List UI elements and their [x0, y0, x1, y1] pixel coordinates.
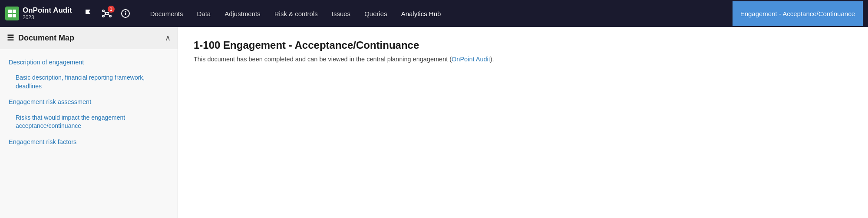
svg-rect-1: [13, 10, 16, 13]
page-title: 1-100 Engagement - Acceptance/Continuanc…: [194, 39, 852, 51]
brand-name: OnPoint Audit: [23, 7, 72, 15]
nav-links: Documents Data Adjustments Risk & contro…: [144, 7, 729, 20]
svg-point-7: [102, 15, 104, 17]
info-button[interactable]: [119, 7, 132, 20]
sidebar-item-risk-assessment[interactable]: Engagement risk assessment: [0, 94, 178, 110]
sidebar-item-basic-description[interactable]: Basic description, financial reporting f…: [0, 70, 178, 94]
brand-logo: [5, 7, 19, 20]
svg-point-4: [106, 12, 108, 15]
document-map-icon: ☰: [7, 33, 14, 43]
network-button[interactable]: 1: [100, 7, 114, 20]
svg-point-15: [125, 12, 125, 12]
nav-analytics-hub[interactable]: Analytics Hub: [395, 7, 447, 20]
active-tab[interactable]: Engagement - Acceptance/Continuance: [733, 1, 863, 26]
sidebar-title-text: Document Map: [18, 34, 74, 43]
brand-text: OnPoint Audit 2023: [23, 7, 72, 21]
nav-documents[interactable]: Documents: [144, 7, 189, 20]
badge-count: 1: [108, 6, 115, 13]
sidebar-title: ☰ Document Map: [7, 33, 74, 43]
svg-point-5: [102, 10, 104, 12]
onpoint-audit-link[interactable]: OnPoint Audit: [452, 56, 490, 63]
nav-issues[interactable]: Issues: [326, 7, 356, 20]
subtitle-pre: This document has been completed and can…: [194, 56, 452, 63]
sidebar-item-risks-impact[interactable]: Risks that would impact the engagement a…: [0, 110, 178, 134]
brand: OnPoint Audit 2023: [5, 7, 72, 21]
navbar: OnPoint Audit 2023 1 Documents: [0, 0, 868, 27]
svg-line-9: [104, 12, 106, 13]
sidebar-collapse-button[interactable]: ∧: [165, 33, 171, 43]
sidebar-header: ☰ Document Map ∧: [0, 27, 178, 49]
nav-risk-controls[interactable]: Risk & controls: [268, 7, 324, 20]
subtitle-post: ).: [490, 56, 494, 63]
sidebar-item-description[interactable]: Description of engagement: [0, 54, 178, 70]
svg-point-8: [109, 15, 111, 17]
brand-year: 2023: [23, 14, 72, 20]
sidebar: ☰ Document Map ∧ Description of engageme…: [0, 27, 178, 218]
svg-line-11: [104, 14, 106, 15]
nav-data[interactable]: Data: [191, 7, 217, 20]
flag-button[interactable]: [83, 7, 95, 20]
svg-rect-2: [8, 14, 12, 17]
nav-queries[interactable]: Queries: [358, 7, 393, 20]
svg-line-12: [108, 14, 109, 15]
main-layout: ☰ Document Map ∧ Description of engageme…: [0, 27, 868, 218]
sidebar-nav: Description of engagement Basic descript…: [0, 49, 178, 155]
sidebar-item-risk-factors[interactable]: Engagement risk factors: [0, 134, 178, 150]
svg-rect-3: [13, 14, 16, 17]
svg-rect-0: [8, 10, 12, 13]
main-content: 1-100 Engagement - Acceptance/Continuanc…: [178, 27, 868, 218]
nav-adjustments[interactable]: Adjustments: [218, 7, 267, 20]
page-subtitle: This document has been completed and can…: [194, 56, 852, 63]
